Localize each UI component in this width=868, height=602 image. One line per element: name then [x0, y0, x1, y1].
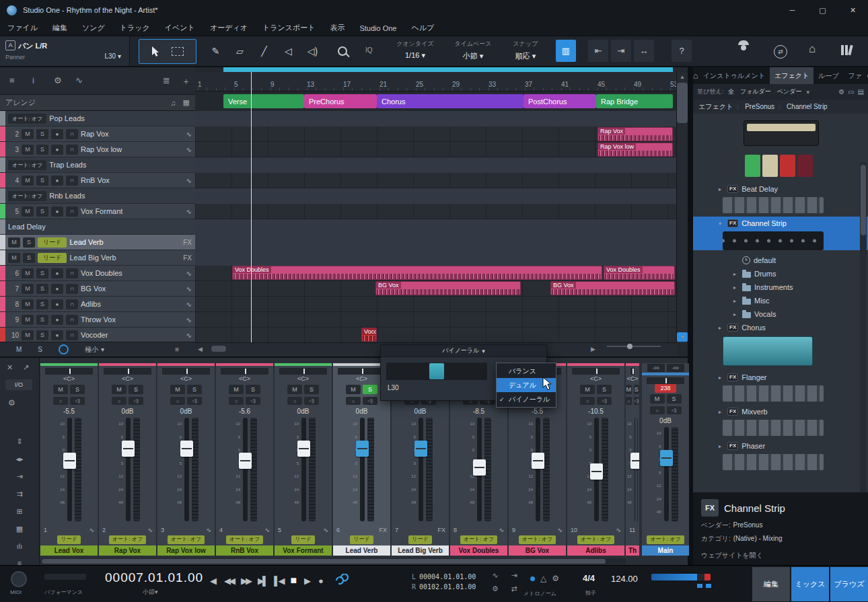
browser-item-row[interactable]: ▸ FX Flanger: [693, 371, 868, 384]
metronome-icon[interactable]: △: [540, 574, 546, 583]
monitor-speaker-icon[interactable]: ◁): [246, 397, 260, 405]
audio-clip[interactable]: Rap Vox low: [598, 143, 673, 157]
track-row[interactable]: M S リード Lead Big Verb FX: [0, 250, 195, 266]
rewind-button[interactable]: ◀◀: [224, 576, 233, 586]
browser-item[interactable]: ▸ Vocals: [693, 307, 868, 321]
track-type-icon[interactable]: FX: [183, 239, 192, 246]
mute-button[interactable]: M: [8, 237, 20, 248]
record-arm-button[interactable]: [51, 284, 63, 294]
eraser-tool-button[interactable]: ▱: [229, 39, 251, 63]
mono-icon[interactable]: ○: [580, 397, 595, 405]
menu-item[interactable]: トランスポート: [255, 23, 323, 33]
mixer-channel[interactable]: <C> M S ○ ◁) -10.5 10 5 0 5 12 24 48: [567, 363, 624, 556]
quantize-dropdown[interactable]: クオンタイズ 1/16 ▾: [387, 40, 443, 60]
browser-item-row[interactable]: ▸ Instruments: [693, 280, 868, 294]
monitor-button[interactable]: [66, 330, 78, 340]
browser-item-row[interactable]: ▾ FX Channel Strip: [693, 217, 868, 230]
browser-item[interactable]: ▸ Instruments: [693, 280, 868, 294]
mono-icon[interactable]: ○: [229, 397, 244, 405]
automation-mode-button[interactable]: オート: オフ: [109, 535, 146, 544]
solo-button[interactable]: S: [36, 330, 48, 340]
menu-item[interactable]: Studio One: [352, 24, 404, 32]
track-type-icon[interactable]: ∿: [186, 270, 192, 277]
browser-item-row[interactable]: default: [693, 254, 868, 267]
context-menu-item[interactable]: バランス: [497, 364, 556, 378]
channel-name[interactable]: Rap Vox low: [157, 545, 215, 556]
mono-icon[interactable]: ○: [53, 397, 68, 405]
fader-track[interactable]: [477, 418, 482, 521]
solo-button[interactable]: S: [363, 385, 377, 394]
sort-caret-icon[interactable]: ▾: [806, 89, 809, 96]
menu-item[interactable]: ソング: [75, 23, 112, 33]
arrow-tool-group[interactable]: [139, 39, 196, 64]
arranger-section[interactable]: PostChorus: [523, 94, 596, 108]
solo-button[interactable]: S: [634, 385, 640, 394]
range-tool-icon[interactable]: [172, 47, 184, 56]
mute-tool-button[interactable]: ◁: [277, 39, 299, 63]
fader-track[interactable]: [635, 418, 635, 521]
solo-button[interactable]: S: [36, 176, 48, 186]
performance-label[interactable]: パフォーマンス: [44, 589, 83, 596]
solo-button[interactable]: S: [23, 253, 35, 263]
mono-icon[interactable]: ○: [650, 406, 665, 414]
record-arm-button[interactable]: [51, 299, 63, 309]
record-arm-button[interactable]: [51, 315, 63, 325]
mixer-rail-icon[interactable]: ⇕: [16, 437, 22, 446]
mixer-channel[interactable]: <C> M S ○ ◁) -5.5 10 5 0 5 12 24 48: [40, 363, 98, 556]
snap-dropdown[interactable]: スナップ 順応 ▾: [503, 40, 548, 61]
fader-handle[interactable]: [532, 453, 544, 469]
browser-tab[interactable]: ループ: [813, 67, 843, 84]
arrow-tool-icon[interactable]: [151, 46, 159, 57]
mute-button[interactable]: M: [22, 315, 34, 325]
record-arm-button[interactable]: [51, 176, 63, 186]
automation-mode-button[interactable]: リード: [57, 535, 80, 544]
automation-mode-button[interactable]: オート: オフ: [226, 535, 263, 544]
precount-indicator[interactable]: [530, 576, 535, 581]
fader-handle[interactable]: [660, 450, 673, 466]
pan-slider[interactable]: [104, 368, 151, 375]
plugin-thumbnail[interactable]: [723, 420, 824, 436]
pan-mode-dropdown[interactable]: バイノーラル▾: [381, 345, 546, 357]
menu-item[interactable]: トラック: [112, 23, 157, 33]
pan-slider-handle[interactable]: [429, 363, 444, 379]
io-button[interactable]: I/O: [5, 379, 32, 390]
track-row[interactable]: 4 M S RnB Vox ∿: [0, 173, 195, 188]
tempo-display[interactable]: 124.00: [611, 574, 638, 584]
playhead[interactable]: [251, 72, 252, 343]
track-menu-icon[interactable]: ≡: [9, 75, 15, 85]
mute-button[interactable]: M: [22, 330, 34, 340]
monitor-button[interactable]: [66, 268, 78, 278]
channel-name[interactable]: Lead Big Verb: [392, 545, 449, 556]
view-mode-button[interactable]: ミックス: [791, 567, 829, 601]
track-type-icon[interactable]: ∿: [186, 316, 192, 324]
menu-item[interactable]: イベント: [157, 23, 203, 33]
channel-name[interactable]: Rap Vox: [99, 545, 156, 556]
timebase-dropdown[interactable]: タイムベース 小節 ▾: [445, 40, 501, 61]
automation-icon[interactable]: ∿: [75, 75, 83, 85]
browser-scrollbar[interactable]: [860, 162, 867, 492]
expand-mixer-icon[interactable]: ↗: [23, 363, 29, 372]
view-mode-button[interactable]: 編集: [752, 567, 790, 601]
record-arm-button[interactable]: [51, 145, 63, 155]
browser-item-row[interactable]: ▸ Drums: [693, 267, 868, 280]
monitor-speaker-icon[interactable]: ◁): [634, 397, 640, 405]
monitor-speaker-icon[interactable]: ◁): [70, 397, 85, 405]
monitor-speaker-icon[interactable]: ◁): [597, 397, 612, 405]
channel-name[interactable]: Main: [642, 545, 689, 556]
monitor-button[interactable]: [66, 315, 78, 325]
expand-arrow-icon[interactable]: ▸: [733, 285, 739, 291]
settings-gear-icon[interactable]: ⚙: [489, 585, 502, 593]
menu-item[interactable]: 表示: [322, 23, 352, 33]
monitor-speaker-icon[interactable]: ◁): [363, 397, 377, 405]
track-height-dropdown[interactable]: 極小▾: [85, 345, 104, 354]
menu-item[interactable]: 編集: [45, 23, 75, 33]
swap-icon[interactable]: ⇄: [507, 585, 521, 593]
mute-button[interactable]: M: [112, 385, 126, 394]
mute-button[interactable]: M: [22, 206, 34, 217]
metronome-settings-icon[interactable]: ⚙: [552, 574, 559, 583]
library-icon[interactable]: [841, 45, 852, 55]
fader-handle[interactable]: [473, 459, 486, 476]
scroll-down-button[interactable]: ▼: [677, 332, 688, 342]
fader-track[interactable]: [301, 418, 306, 521]
loop-range-display[interactable]: L00004.01.01.00 R00102.01.01.00: [412, 572, 476, 592]
